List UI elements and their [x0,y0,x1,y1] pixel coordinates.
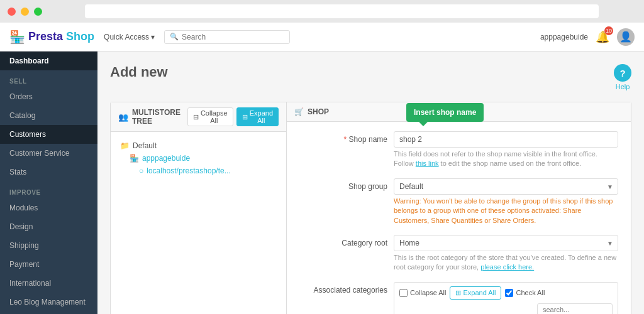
sidebar-dashboard-label: Dashboard [9,57,49,65]
sidebar-item-design[interactable]: Design [0,217,97,236]
help-circle: ? [614,64,631,82]
form-row-shop-name: Shop name Insert shop name This field do… [299,131,618,169]
right-panel: 🛒 SHOP Shop name Insert s [287,102,631,314]
collapse-all-label: Collapse All [201,109,228,124]
shop-name-label: Shop name [299,131,387,144]
expand-all-label: Expand All [250,109,273,124]
categories-panel: Collapse All ⊞ Expand All C [394,282,618,314]
collapse-all-checkbox-label: Collapse All [399,289,446,297]
header-right: apppagebuide 🔔 10 👤 [540,28,635,46]
associated-categories-label: Associated categories [299,282,387,295]
sidebar-item-customers[interactable]: Customers [0,125,97,144]
tree-content: 📁 Default 🏪 apppagebuide ○ localhost/pre… [111,132,286,185]
category-root-select-wrapper: Home ▼ [394,235,618,251]
shop-group-select-wrapper: Default ▼ [394,178,618,195]
folder-icon: 📁 [120,141,130,150]
sidebar-item-dashboard[interactable]: Dashboard [0,51,97,70]
collapse-all-checkbox[interactable] [399,289,408,297]
sidebar-item-international[interactable]: International [0,274,97,293]
shop-group-control: Default ▼ Warning: You won't be able to … [394,178,618,225]
form-area: Shop name Insert shop name This field do… [287,122,631,314]
shop-icon: 🛒 [294,107,304,116]
quick-access-label: Quick Access [104,33,149,41]
shop-name-help: This field does not refer to the shop na… [394,149,618,169]
tree-item-default[interactable]: 📁 Default [120,139,277,152]
expand-icon: ⊞ [242,113,248,121]
tooltip-text: Insert shop name [414,108,476,117]
associated-categories-control: Collapse All ⊞ Expand All C [394,282,618,314]
left-panel-header: 👥 MULTISTORE TREE ⊟ Collapse All ⊞ Expan… [111,102,286,132]
sidebar-item-leo-blog[interactable]: Leo Blog Management [0,293,97,311]
expand-all-cat-button[interactable]: ⊞ Expand All [450,286,501,300]
check-all-checkbox[interactable] [505,289,513,297]
main-content: Add new ? Help 👥 MULTISTORE TREE ⊟ [97,51,644,314]
shop-name-link[interactable]: this link [416,160,439,167]
left-panel: 👥 MULTISTORE TREE ⊟ Collapse All ⊞ Expan… [111,102,287,314]
username-label: apppagebuide [540,33,588,41]
tree-level2-label: localhost/prestashop/te... [147,166,230,175]
collapse-icon: ⊟ [193,113,199,121]
left-panel-title: MULTISTORE TREE [132,108,184,126]
expand-icon-cat: ⊞ [455,289,461,297]
shop-name-control: Insert shop name This field does not ref… [394,131,618,169]
sidebar-item-shipping[interactable]: Shipping [0,236,97,255]
logo-presta: Presta [28,30,63,43]
link-icon: ○ [139,166,143,175]
tree-item-localhost[interactable]: ○ localhost/prestashop/te... [120,165,277,177]
sidebar-item-ap-pagebuilder[interactable]: Ap PageBuilder [0,311,97,314]
category-root-select[interactable]: Home [394,235,618,251]
category-root-control: Home ▼ This is the root category of the … [394,235,618,273]
shop-group-label: Shop group [299,178,387,191]
form-row-category-root: Category root Home ▼ This [299,235,618,273]
avatar[interactable]: 👤 [617,28,635,46]
sidebar-item-catalog[interactable]: Catalog [0,106,97,125]
left-panel-actions: ⊟ Collapse All ⊞ Expand All [187,107,279,126]
tree-default-label: Default [133,141,157,150]
maximize-btn[interactable] [34,8,42,16]
tree-level1-label: apppagebuide [142,154,190,163]
categories-search-input[interactable] [537,303,613,314]
categories-toolbar: Collapse All ⊞ Expand All C [394,283,618,314]
category-root-help: This is the root category of the store t… [394,253,618,273]
check-all-checkbox-label: Check All [505,289,545,297]
shop-group-select[interactable]: Default [394,178,618,195]
sidebar-item-modules[interactable]: Modules [0,198,97,217]
search-box: 🔍 [164,30,290,44]
app-wrapper: 🏪 PrestaShop Quick Access ▾ 🔍 apppagebui… [0,23,644,314]
top-header: 🏪 PrestaShop Quick Access ▾ 🔍 apppagebui… [0,23,644,51]
expand-all-button[interactable]: ⊞ Expand All [236,107,279,126]
tree-item-apppagebuide[interactable]: 🏪 apppagebuide [120,152,277,165]
panels-container: 👥 MULTISTORE TREE ⊟ Collapse All ⊞ Expan… [110,102,631,314]
page-header: Add new ? Help [110,64,631,90]
body-area: Dashboard SELL Orders Catalog Customers … [0,51,644,314]
quick-access-menu[interactable]: Quick Access ▾ [104,33,155,41]
notifications-bell[interactable]: 🔔 10 [596,30,609,44]
logo-shop: Shop [66,30,94,43]
sidebar-item-payment[interactable]: Payment [0,255,97,274]
close-btn[interactable] [8,8,16,16]
search-icon: 🔍 [170,33,179,41]
form-row-associated-categories: Associated categories Collapse All [299,282,618,314]
page-title: Add new [110,64,168,80]
store-icon: 🏪 [130,154,139,163]
logo: 🏪 PrestaShop [9,30,94,45]
quick-access-arrow: ▾ [151,33,155,41]
shop-name-input[interactable] [394,131,618,148]
category-root-label: Category root [299,235,387,247]
category-root-link[interactable]: please click here. [480,263,534,271]
sidebar-item-customer-service[interactable]: Customer Service [0,144,97,163]
sidebar: Dashboard SELL Orders Catalog Customers … [0,51,97,314]
search-input[interactable] [182,33,284,41]
tree-icon: 👥 [118,112,128,122]
collapse-all-button[interactable]: ⊟ Collapse All [187,107,233,126]
sidebar-item-orders[interactable]: Orders [0,87,97,106]
help-button[interactable]: ? Help [614,64,631,90]
shop-group-warning: Warning: You won't be able to change the… [394,197,618,225]
sidebar-item-stats[interactable]: Stats [0,163,97,181]
help-label: Help [616,83,630,90]
sidebar-section-improve: IMPROVE [0,184,97,198]
right-panel-title: SHOP [308,107,329,116]
url-bar[interactable] [85,4,599,18]
logo-icon: 🏪 [9,30,25,45]
minimize-btn[interactable] [21,8,29,16]
